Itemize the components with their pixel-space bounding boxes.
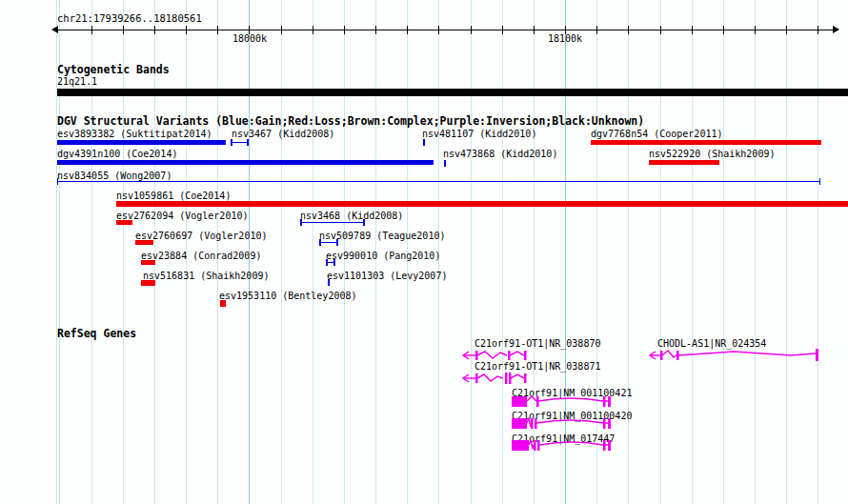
variant-label-nsv473868[interactable]: nsv473868 (Kidd2010) [443,149,557,160]
intron-line [477,374,503,381]
ruler-tick [660,26,661,34]
ruler-tick [471,26,472,34]
exon [660,351,663,360]
exon [475,373,478,383]
variant-bar-nsv473868[interactable] [444,160,446,167]
ruler-tick [755,26,756,34]
exon [608,440,611,451]
gridline [818,0,818,504]
gridline [692,0,693,504]
variant-bar-esv990010[interactable] [326,259,335,266]
ruler-tick [154,26,155,34]
variant-bar-esv2760697[interactable] [135,240,153,245]
exon [603,440,606,451]
intron-line [477,352,507,358]
variant-bar-nsv516831[interactable] [141,280,155,286]
variant-bar-dgv7768n54[interactable] [591,140,821,145]
variant-label-esv2762094[interactable]: esv2762094 (Vogler2010) [116,211,248,222]
variant-bar-nsv3468[interactable] [300,219,365,226]
ruler-tick [786,26,787,34]
exon [603,396,606,407]
variant-label-nsv481107[interactable]: nsv481107 (Kidd2010) [422,129,536,140]
variant-label-nsv522920[interactable]: nsv522920 (Shaikh2009) [649,149,775,160]
gene-model-nm001100420[interactable] [510,417,615,430]
cytoband-bar-21q21-1[interactable] [57,89,848,96]
gridline [755,0,756,504]
variant-bar-nsv1059861[interactable] [116,201,848,207]
variant-label-esv2760697[interactable]: esv2760697 (Vogler2010) [135,231,267,242]
variant-bar-esv3893382[interactable] [57,140,226,145]
gene-model-nm017447[interactable] [510,439,615,452]
variant-bar-esv2762094[interactable] [116,220,132,225]
intron-line [538,398,603,401]
ruler-tick [438,26,439,34]
exon [536,396,539,407]
gene-model-nr038871[interactable] [461,372,532,385]
gene-model-chodl-as1[interactable] [648,348,821,362]
variant-bar-nsv522920[interactable] [649,160,719,165]
gridline [723,0,724,504]
variant-label-esv3893382[interactable]: esv3893382 (Suktitipat2014) [57,129,212,140]
ruler-tick-label-18100k: 18100k [548,33,582,45]
gene-model-nm001100421[interactable] [510,395,615,408]
ruler-tick [375,26,376,34]
ruler-tick [502,26,503,34]
intron-line [678,352,816,355]
ruler-tick [534,26,535,34]
exon [512,440,529,451]
ruler-tick [281,26,282,34]
ruler-tick [91,26,92,34]
ruler-tick [123,26,124,34]
exon [475,351,478,360]
intron-line [539,442,603,445]
variant-bar-nsv834055[interactable] [57,178,820,185]
variant-bar-dgv4391n100[interactable] [57,160,434,165]
ruler-tick [565,26,566,34]
variant-bar-esv23884[interactable] [141,260,155,265]
variant-bar-nsv509789[interactable] [319,239,338,246]
variant-label-nsv516831[interactable]: nsv516831 (Shaikh2009) [143,271,269,282]
section-title-dgv: DGV Structural Variants (Blue:Gain;Red:L… [57,115,644,128]
ruler-tick [217,26,218,34]
exon [816,349,818,361]
intron-line [662,351,676,357]
variant-label-dgv4391n100[interactable]: dgv4391n100 (Coe2014) [57,149,177,160]
intron-line [536,420,603,423]
section-title-cytobands: Cytogenetic Bands [57,64,170,76]
ruler-tick-label-18000k: 18000k [232,33,267,45]
ruler-tick [628,26,629,34]
ruler-right-arrow-icon [833,26,839,33]
ruler-tick [596,26,597,34]
exon [509,373,512,384]
ruler-tick [818,26,818,34]
ruler-tick [344,26,345,34]
variant-label-esv990010[interactable]: esv990010 (Pang2010) [326,251,440,262]
section-title-refseq: RefSeq Genes [57,328,136,340]
exon [537,440,540,451]
ruler-tick [723,26,724,34]
genome-browser-canvas: chr21:17939266..18180561 18000k 18100k C… [0,0,848,504]
intron-line [529,440,534,449]
variant-label-esv23884[interactable]: esv23884 (Conrad2009) [141,251,261,262]
exon [535,418,537,429]
variant-bar-nsv3467[interactable] [231,139,249,146]
exon [524,351,527,360]
variant-label-esv1953110[interactable]: esv1953110 (Bentley2008) [219,291,357,302]
exon [505,373,508,384]
intron-line [527,396,536,401]
variant-bar-nsv481107[interactable] [423,139,425,146]
cytoband-label: 21q21.1 [57,76,97,88]
variant-label-dgv7768n54[interactable]: dgv7768n54 (Cooper2011) [591,129,722,140]
variant-bar-esv1953110[interactable] [220,300,226,307]
gridline [628,0,629,504]
exon [531,418,534,429]
exon [524,373,527,383]
ruler-tick [249,26,250,34]
gene-model-nr038870[interactable] [461,349,532,362]
variant-label-esv1101303[interactable]: esv1101303 (Levy2007) [327,271,447,282]
variant-bar-esv1101303[interactable] [328,279,330,286]
exon [512,418,527,429]
exon [508,351,511,360]
gridline [502,0,503,504]
gridline [471,0,472,504]
